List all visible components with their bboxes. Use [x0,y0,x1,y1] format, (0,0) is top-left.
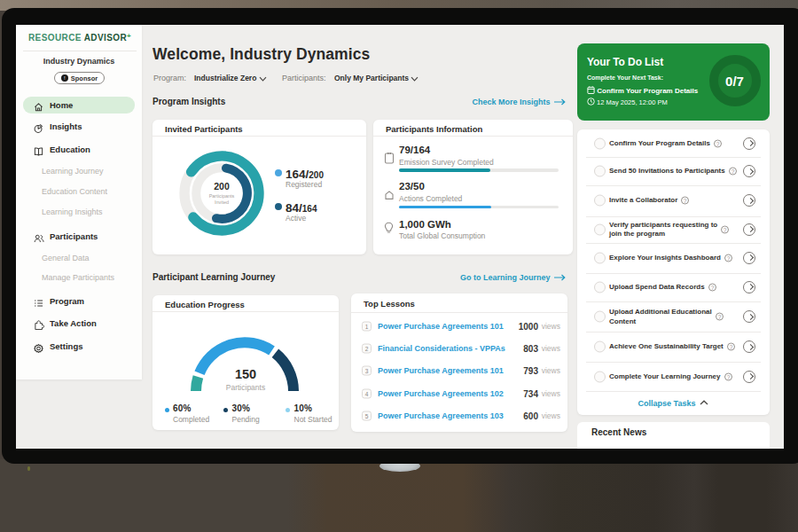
svg-text:Participants: Participants [209,193,235,199]
svg-text:200: 200 [214,181,230,192]
svg-text:Invited: Invited [215,200,229,205]
